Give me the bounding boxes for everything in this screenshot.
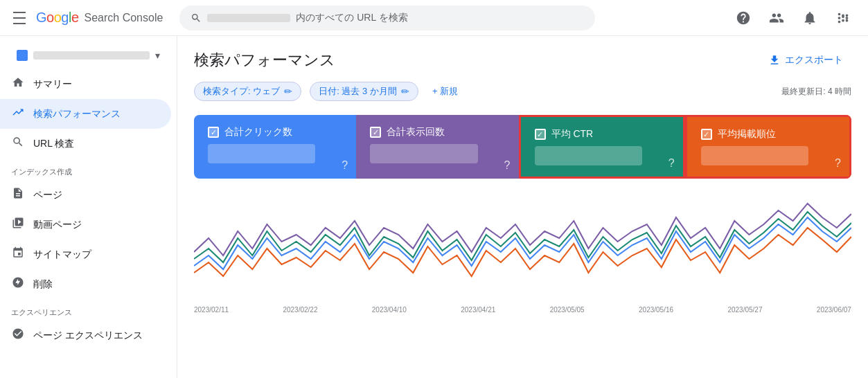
site-selector[interactable]: ▾ — [6, 44, 171, 66]
help-icon-clicks[interactable]: ? — [342, 159, 348, 172]
sidebar-item-summary[interactable]: サマリー — [0, 69, 171, 99]
x-label-6: 2023/05/27 — [727, 306, 762, 314]
x-label-0: 2023/02/11 — [194, 306, 229, 314]
metric-card-header-impressions: ✓ 合計表示回数 — [370, 126, 504, 138]
sitemap-icon — [11, 246, 25, 262]
url-search-icon — [11, 136, 25, 152]
metric-card-header-clicks: ✓ 合計クリック数 — [208, 126, 342, 138]
metric-card-total-clicks[interactable]: ✓ 合計クリック数 ? — [194, 115, 356, 179]
filter-chip-search-type-label: 検索タイプ: ウェブ — [203, 85, 280, 98]
filter-chip-date[interactable]: 日付: 過去 3 か月間 ✏ — [310, 82, 418, 101]
sidebar-label-sitemap: サイトマップ — [33, 249, 91, 261]
last-updated: 最終更新日: 4 時間 — [781, 86, 851, 98]
apps-icon-btn[interactable] — [829, 4, 857, 32]
edit-icon-date: ✏ — [401, 86, 409, 97]
filter-chip-date-label: 日付: 過去 3 か月間 — [319, 85, 397, 98]
sidebar-label-search-performance: 検索パフォーマンス — [33, 108, 121, 120]
filter-chip-search-type[interactable]: 検索タイプ: ウェブ ✏ — [194, 82, 301, 101]
performance-chart — [194, 190, 851, 300]
checkbox-total-clicks[interactable]: ✓ — [208, 127, 219, 138]
search-bar[interactable]: 内のすべての URL を検索 — [179, 6, 595, 30]
sidebar-item-video-pages[interactable]: 動画ページ — [0, 210, 171, 240]
header-icons — [729, 4, 857, 32]
x-label-3: 2023/04/21 — [461, 306, 495, 314]
metric-card-header-position: ✓ 平均掲載順位 — [701, 128, 835, 141]
notifications-icon-btn[interactable] — [796, 4, 824, 32]
hamburger-menu[interactable] — [11, 10, 28, 26]
metric-label-avg-position: 平均掲載順位 — [718, 128, 776, 141]
experience-icon — [11, 327, 25, 343]
metric-label-total-clicks: 合計クリック数 — [224, 126, 292, 138]
sidebar-label-video-pages: 動画ページ — [33, 219, 82, 231]
sidebar-item-sitemap[interactable]: サイトマップ — [0, 240, 171, 269]
metric-card-header-ctr: ✓ 平均 CTR — [535, 128, 669, 141]
metric-label-avg-ctr: 平均 CTR — [551, 128, 594, 141]
x-label-1: 2023/02/22 — [283, 306, 317, 314]
edit-icon-search-type: ✏ — [284, 86, 292, 97]
section-title-index: インデックス作成 — [0, 159, 177, 180]
chart-x-labels: 2023/02/11 2023/02/22 2023/04/10 2023/04… — [194, 303, 851, 316]
sidebar-label-page-experience: ページ エクスペリエンス — [33, 330, 143, 342]
metric-card-total-impressions[interactable]: ✓ 合計表示回数 ? — [356, 115, 518, 179]
people-icon-btn[interactable] — [763, 4, 790, 32]
sidebar-label-removal: 削除 — [33, 278, 53, 291]
checkbox-total-impressions[interactable]: ✓ — [370, 127, 381, 138]
main-body: ▾ サマリー 検索パフォーマンス URL 検査 インデックス作成 ペー — [0, 36, 868, 378]
video-icon — [11, 217, 25, 233]
metric-value-avg-position — [701, 146, 808, 165]
x-label-5: 2023/05/16 — [639, 306, 673, 314]
download-icon — [768, 54, 781, 66]
app-title: Search Console — [85, 12, 163, 24]
x-label-2: 2023/04/10 — [372, 306, 407, 314]
dropdown-icon: ▾ — [155, 50, 160, 61]
pages-icon — [11, 187, 25, 203]
sidebar-item-pages[interactable]: ページ — [0, 180, 171, 210]
site-name — [33, 51, 150, 60]
metric-value-total-impressions — [370, 144, 477, 163]
chart-area: 2023/02/11 2023/02/22 2023/04/10 2023/04… — [194, 179, 851, 316]
export-label: エクスポート — [785, 54, 843, 66]
metric-cards: ✓ 合計クリック数 ? ✓ 合計表示回数 ? ✓ 平均 CTR — [194, 115, 851, 179]
new-filter-label: + 新規 — [432, 85, 458, 98]
sidebar: ▾ サマリー 検索パフォーマンス URL 検査 インデックス作成 ペー — [0, 36, 177, 378]
sidebar-label-summary: サマリー — [33, 78, 72, 91]
metric-value-total-clicks — [208, 144, 315, 163]
logo-area: Google Search Console — [36, 10, 163, 26]
trending-icon — [11, 106, 25, 122]
x-label-4: 2023/05/05 — [550, 306, 585, 314]
page-header: 検索パフォーマンス エクスポート — [194, 50, 851, 71]
sidebar-item-search-performance[interactable]: 検索パフォーマンス — [0, 99, 171, 129]
removal-icon — [11, 276, 25, 292]
site-favicon — [17, 50, 28, 61]
metric-card-avg-ctr[interactable]: ✓ 平均 CTR ? — [519, 115, 685, 179]
sidebar-item-page-experience[interactable]: ページ エクスペリエンス — [0, 321, 171, 350]
export-button[interactable]: エクスポート — [760, 50, 851, 71]
google-logo: Google — [36, 10, 79, 26]
new-filter-button[interactable]: + 新規 — [427, 82, 463, 100]
help-icon-ctr[interactable]: ? — [668, 157, 675, 170]
sidebar-label-pages: ページ — [33, 189, 62, 201]
checkbox-avg-ctr[interactable]: ✓ — [535, 129, 546, 140]
filter-bar: 検索タイプ: ウェブ ✏ 日付: 過去 3 か月間 ✏ + 新規 最終更新日: … — [194, 82, 851, 101]
home-icon — [11, 76, 25, 92]
metric-card-avg-position[interactable]: ✓ 平均掲載順位 ? — [685, 115, 851, 179]
help-icon-position[interactable]: ? — [835, 157, 841, 170]
top-header: Google Search Console 内のすべての URL を検索 — [0, 0, 868, 36]
help-icon-impressions[interactable]: ? — [504, 159, 511, 172]
sidebar-item-removal[interactable]: 削除 — [0, 269, 171, 299]
search-icon — [191, 12, 202, 24]
section-title-experience: エクスペリエンス — [0, 299, 177, 321]
content-area: 検索パフォーマンス エクスポート 検索タイプ: ウェブ ✏ 日付: 過去 3 か… — [177, 36, 868, 378]
metric-label-total-impressions: 合計表示回数 — [387, 126, 445, 138]
sidebar-item-url-check[interactable]: URL 検査 — [0, 129, 171, 159]
search-bar-text: 内のすべての URL を検索 — [207, 12, 584, 24]
sidebar-label-url-check: URL 検査 — [33, 138, 74, 150]
page-title: 検索パフォーマンス — [194, 50, 335, 71]
x-label-7: 2023/06/07 — [817, 306, 851, 314]
metric-value-avg-ctr — [535, 146, 642, 165]
help-icon-btn[interactable] — [729, 4, 757, 32]
checkbox-avg-position[interactable]: ✓ — [701, 129, 712, 140]
